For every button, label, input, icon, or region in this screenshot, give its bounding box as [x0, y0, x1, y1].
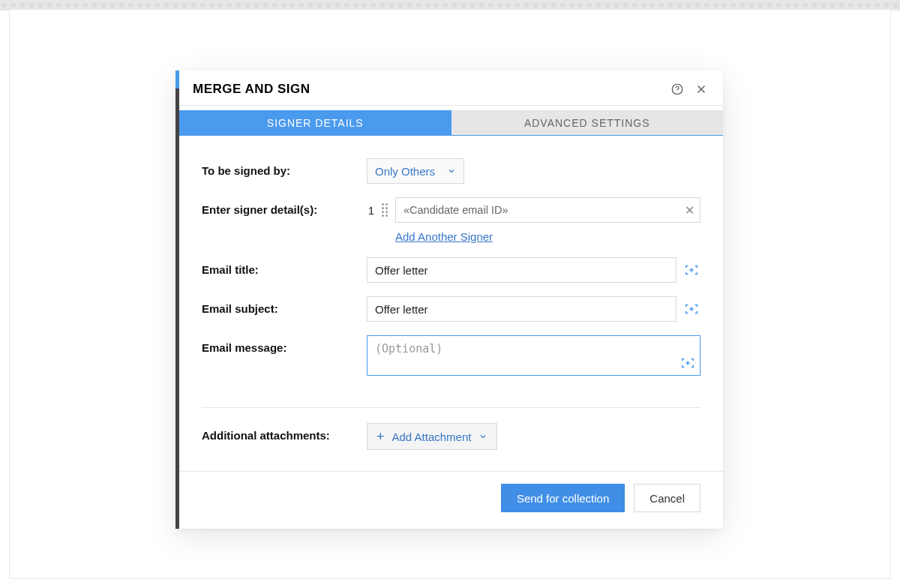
merge-and-sign-dialog: MERGE AND SIGN SIGNER DETAILS ADVANCED S… — [176, 70, 723, 529]
add-another-signer-link[interactable]: Add Another Signer — [395, 230, 493, 243]
tabs: SIGNER DETAILS ADVANCED SETTINGS — [179, 110, 723, 136]
select-value: Only Others — [375, 165, 435, 178]
plus-icon: + — [376, 430, 385, 443]
cancel-button[interactable]: Cancel — [634, 484, 700, 512]
label-enter-signer-details: Enter signer detail(s): — [202, 197, 367, 216]
add-attachment-button[interactable]: + Add Attachment — [367, 423, 497, 450]
dialog-header: MERGE AND SIGN — [179, 70, 723, 106]
drag-handle-icon[interactable] — [382, 203, 388, 217]
dialog-footer: Send for collection Cancel — [179, 471, 723, 529]
label-additional-attachments: Additional attachments: — [202, 423, 367, 442]
tab-label: ADVANCED SETTINGS — [524, 117, 650, 129]
label-email-subject: Email subject: — [202, 296, 367, 315]
divider — [202, 407, 700, 408]
email-message-textarea[interactable] — [367, 335, 700, 376]
close-icon[interactable] — [693, 81, 710, 98]
label-email-title: Email title: — [202, 257, 367, 276]
label-to-be-signed-by: To be signed by: — [202, 158, 367, 177]
chevron-down-icon — [447, 166, 456, 176]
insert-field-icon[interactable] — [680, 355, 696, 374]
help-icon[interactable] — [669, 81, 686, 98]
signer-email-input[interactable] — [395, 197, 700, 223]
chevron-down-icon — [478, 432, 488, 441]
signed-by-select[interactable]: Only Others — [367, 158, 464, 184]
insert-field-icon[interactable] — [682, 260, 700, 280]
label-email-message: Email message: — [202, 335, 367, 354]
add-attachment-label: Add Attachment — [392, 430, 472, 443]
email-title-input[interactable] — [367, 257, 676, 283]
tab-label: SIGNER DETAILS — [267, 117, 364, 129]
email-subject-input[interactable] — [367, 296, 676, 322]
signer-row: 1 ✕ — [367, 197, 700, 223]
dialog-title: MERGE AND SIGN — [193, 82, 662, 97]
send-for-collection-button[interactable]: Send for collection — [501, 484, 625, 512]
insert-field-icon[interactable] — [682, 299, 700, 319]
tab-advanced-settings[interactable]: ADVANCED SETTINGS — [452, 110, 724, 135]
svg-point-1 — [677, 92, 678, 92]
signer-index: 1 — [367, 204, 374, 217]
clear-icon[interactable]: ✕ — [685, 203, 694, 218]
tab-signer-details[interactable]: SIGNER DETAILS — [179, 110, 452, 135]
